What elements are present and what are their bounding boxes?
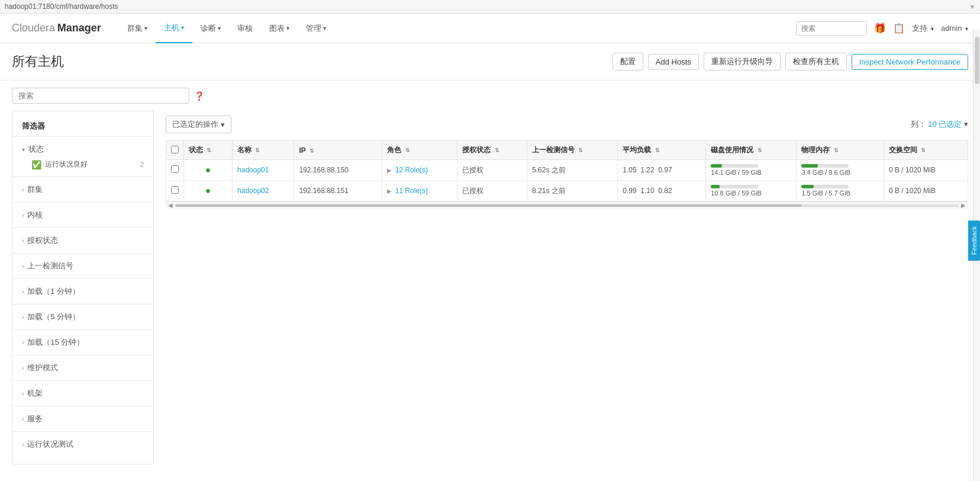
chevron-right-icon: ›: [22, 339, 24, 346]
filter-group-healthtest-header[interactable]: › 运行状况测试: [22, 437, 144, 452]
nav-item-diagnostics[interactable]: 诊断 ▾: [192, 14, 229, 43]
clipboard-icon[interactable]: 📋: [893, 23, 905, 34]
role-cell: ▶ 11 Role(s): [382, 181, 457, 201]
main-content: 筛选器 ▾ 状态 ✅ 运行状况良好 2 › 群集: [0, 111, 980, 476]
address-url[interactable]: hadoop01:7180/cmf/hardware/hosts: [5, 2, 969, 11]
chevron-right-icon: ›: [22, 365, 24, 371]
filter-group-service-header[interactable]: › 服务: [22, 411, 144, 427]
logo-cloudera: Cloudera: [12, 22, 55, 34]
gift-icon[interactable]: 🎁: [874, 23, 886, 34]
search-input[interactable]: [12, 88, 189, 104]
disk-cell: 14.1 GiB / 59 GiB: [706, 160, 797, 181]
col-header-role[interactable]: 角色 ⇅: [382, 141, 457, 160]
feedback-tab[interactable]: Feedback: [968, 220, 980, 261]
select-all-checkbox[interactable]: [171, 146, 179, 153]
chevron-down-icon: ▾: [286, 25, 289, 31]
chevron-down-icon: ▾: [965, 25, 968, 32]
filter-group-load5-header[interactable]: › 加载（5 分钟）: [22, 309, 144, 325]
filter-group-auth-header[interactable]: › 授权状态: [22, 233, 144, 248]
sidebar-title: 筛选器: [12, 118, 153, 136]
address-dropdown-arrow[interactable]: ▼: [969, 4, 975, 10]
horizontal-scrollbar[interactable]: ◀ ▶: [166, 201, 968, 209]
chevron-down-icon: ▾: [964, 120, 968, 129]
filter-item-healthy[interactable]: ✅ 运行状况良好 2: [22, 157, 144, 172]
col-header-memory[interactable]: 物理内存 ⇅: [797, 141, 884, 160]
memory-cell: 3.4 GiB / 9.6 GiB: [797, 160, 884, 181]
filter-group-load15-header[interactable]: › 加载（15 分钟）: [22, 335, 144, 350]
nav-item-cluster[interactable]: 群集 ▾: [119, 14, 156, 43]
roles-link[interactable]: 12 Role(s): [395, 166, 428, 174]
help-icon[interactable]: ❓: [194, 91, 204, 101]
host-link[interactable]: hadoop02: [237, 187, 269, 195]
col-header-heartbeat[interactable]: 上一检测信号 ⇅: [527, 141, 618, 160]
chevron-right-icon: ›: [22, 441, 24, 448]
host-link[interactable]: hadoop01: [237, 166, 269, 174]
nav-item-management[interactable]: 管理 ▾: [298, 14, 334, 43]
chevron-down-icon: ▾: [931, 25, 934, 32]
sort-icon: ⇅: [655, 147, 660, 153]
col-header-name[interactable]: 名称 ⇅: [233, 141, 294, 160]
add-hosts-button[interactable]: Add Hosts: [648, 54, 699, 70]
filter-group-heartbeat-header[interactable]: › 上一检测信号: [22, 258, 144, 274]
chevron-down-icon: ▾: [218, 25, 221, 31]
page-title: 所有主机: [12, 53, 64, 70]
sort-icon: ⇅: [578, 147, 583, 153]
expand-roles-icon[interactable]: ▶: [387, 188, 392, 194]
page-header: 所有主机 配置 Add Hosts 重新运行升级向导 检查所有主机 Inspec…: [0, 43, 980, 81]
nav-item-charts[interactable]: 图表 ▾: [261, 14, 298, 43]
filter-group-service: › 服务: [12, 406, 153, 431]
filter-group-cluster-header[interactable]: › 群集: [22, 182, 144, 197]
col-header-ip[interactable]: IP ⇅: [294, 141, 382, 160]
chevron-right-icon: ›: [22, 263, 24, 270]
name-cell: hadoop01: [233, 160, 294, 181]
upgrade-wizard-button[interactable]: 重新运行升级向导: [704, 53, 781, 70]
scroll-left-icon[interactable]: ◀: [168, 202, 173, 209]
expand-roles-icon[interactable]: ▶: [387, 167, 392, 174]
nav-item-hosts[interactable]: 主机 ▾: [156, 14, 192, 43]
support-menu[interactable]: 支持 ▾: [912, 23, 934, 34]
chevron-down-icon: ▾: [144, 25, 147, 31]
inspect-hosts-button[interactable]: 检查所有主机: [785, 53, 847, 70]
row-checkbox-cell[interactable]: [166, 181, 184, 201]
select-all-header[interactable]: [166, 141, 184, 160]
header-buttons: 配置 Add Hosts 重新运行升级向导 检查所有主机 Inspect Net…: [612, 53, 968, 70]
heartbeat-cell: 8.21s 之前: [527, 181, 618, 201]
col-header-avgload[interactable]: 平均负载 ⇅: [618, 141, 706, 160]
row-checkbox[interactable]: [171, 186, 179, 194]
avgload-cell: 1.05 1.22 0.97: [618, 160, 706, 181]
filter-count: 2: [140, 161, 144, 169]
col-header-swap[interactable]: 交换空间 ⇅: [884, 141, 968, 160]
filter-group-maintenance-header[interactable]: › 维护模式: [22, 360, 144, 376]
top-nav: Cloudera Manager 群集 ▾ 主机 ▾ 诊断 ▾ 审核 图表 ▾: [0, 14, 980, 43]
filter-group-rack-header[interactable]: › 机架: [22, 386, 144, 401]
filter-group-rack: › 机架: [12, 380, 153, 406]
col-header-disk[interactable]: 磁盘使用情况 ⇅: [706, 141, 797, 160]
sort-icon: ⇅: [405, 147, 410, 153]
actions-dropdown[interactable]: 已选定的操作 ▾: [166, 116, 231, 133]
swap-cell: 0 B / 1020 MiB: [884, 160, 968, 181]
nav-item-audit[interactable]: 审核: [229, 14, 261, 43]
filter-group-kernel-header[interactable]: › 内核: [22, 207, 144, 223]
sort-icon: ⇅: [921, 147, 926, 153]
chevron-down-icon: ▾: [22, 146, 25, 153]
scrollbar-thumb[interactable]: [975, 37, 979, 84]
configure-button[interactable]: 配置: [612, 53, 643, 70]
col-header-status[interactable]: 状态 ⇅: [184, 141, 233, 160]
row-checkbox[interactable]: [171, 165, 179, 173]
filter-group-load1-header[interactable]: › 加载（1 分钟）: [22, 284, 144, 299]
col-header-auth[interactable]: 授权状态 ⇅: [457, 141, 527, 160]
filter-group-status-header[interactable]: ▾ 状态: [22, 142, 144, 157]
row-checkbox-cell[interactable]: [166, 160, 184, 181]
memory-cell: 1.5 GiB / 5.7 GiB: [797, 181, 884, 201]
roles-link[interactable]: 11 Role(s): [395, 187, 428, 195]
address-bar: hadoop01:7180/cmf/hardware/hosts ▼: [0, 0, 980, 14]
scroll-right-icon[interactable]: ▶: [961, 202, 966, 209]
logo: Cloudera Manager: [12, 22, 101, 34]
avgload-cell: 0.99 1.10 0.82: [618, 181, 706, 201]
admin-menu[interactable]: admin ▾: [941, 24, 968, 33]
chevron-right-icon: ›: [22, 390, 24, 397]
nav-search-input[interactable]: [796, 21, 867, 36]
col-selector-link[interactable]: 10 已选定: [928, 120, 962, 129]
status-ok-icon: ●: [205, 185, 211, 195]
inspect-network-button[interactable]: Inspect Network Performance: [852, 54, 968, 70]
